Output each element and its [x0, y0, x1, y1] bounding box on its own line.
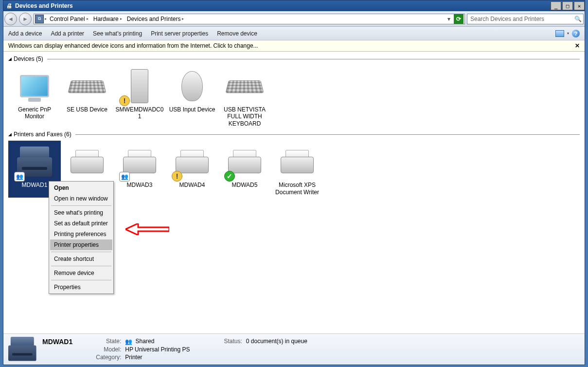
ctx-create-shortcut[interactable]: Create shortcut	[50, 254, 112, 264]
details-pane: MDWAD1 State: Shared Model: HP Universal…	[3, 333, 585, 365]
info-message: Windows can display enhanced device icon…	[8, 42, 258, 49]
shared-badge-icon	[14, 172, 25, 182]
back-button[interactable]: ◄	[4, 13, 17, 25]
add-device-cmd[interactable]: Add a device	[8, 30, 42, 37]
navigation-bar: ◄ ► ⧉ ▸ Control Panel▸ Hardware▸ Devices…	[3, 11, 585, 27]
default-badge-icon	[224, 171, 235, 182]
printer-icon	[71, 150, 104, 173]
keyboard-icon	[68, 80, 106, 93]
ctx-see-printing[interactable]: See what's printing	[50, 207, 112, 218]
printer-xps-writer[interactable]: Microsoft XPS Document Writer	[271, 141, 323, 198]
ctx-printer-properties[interactable]: Printer properties	[50, 239, 112, 250]
collapse-icon[interactable]: ◢	[8, 132, 12, 137]
details-state: Shared	[125, 338, 190, 345]
crumb-devices-printers[interactable]: Devices and Printers▸	[125, 15, 186, 23]
mouse-icon	[181, 71, 203, 101]
group-header-devices[interactable]: ◢ Devices (5)	[8, 55, 580, 62]
details-category: Printer	[125, 354, 190, 361]
printer-mdwad5[interactable]: MDWAD5	[218, 141, 271, 198]
see-printing-cmd[interactable]: See what's printing	[93, 30, 142, 37]
printer-icon	[228, 150, 261, 173]
info-close-button[interactable]: ✕	[575, 42, 580, 49]
ctx-open[interactable]: Open	[50, 183, 112, 193]
crumb-hardware[interactable]: Hardware▸	[91, 15, 124, 23]
context-menu: Open Open in new window See what's print…	[49, 181, 114, 294]
close-button[interactable]: ✕	[574, 1, 585, 10]
printer-mdwad4[interactable]: MDWAD4	[166, 141, 218, 198]
details-model: HP Universal Printing PS	[125, 346, 190, 353]
help-button[interactable]: ?	[572, 30, 580, 37]
search-icon[interactable]: 🔍	[573, 15, 582, 23]
ctx-open-new-window[interactable]: Open in new window	[50, 193, 112, 204]
details-device-name: MDWAD1	[42, 338, 72, 346]
warning-badge-icon	[172, 171, 182, 182]
details-status: 0 document(s) in queue	[246, 338, 307, 345]
ctx-set-default[interactable]: Set as default printer	[50, 218, 112, 229]
devices-row: Generic PnP Monitor SE USB Device SMWEMD…	[8, 65, 580, 129]
shared-badge-icon	[119, 172, 130, 182]
forward-button[interactable]: ►	[19, 13, 32, 25]
chevron-icon[interactable]: ▸	[45, 17, 47, 21]
maximize-button[interactable]: □	[562, 1, 573, 10]
window-title: Devices and Printers	[15, 2, 73, 9]
ctx-printing-prefs[interactable]: Printing preferences	[50, 229, 112, 239]
keyboard-icon	[225, 80, 264, 93]
add-printer-cmd[interactable]: Add a printer	[51, 30, 84, 37]
remove-device-cmd[interactable]: Remove device	[217, 30, 257, 37]
printer-icon	[176, 150, 209, 173]
device-usb-input[interactable]: USB Input Device	[166, 65, 218, 129]
shared-icon	[125, 338, 134, 345]
command-toolbar: Add a device Add a printer See what's pr…	[3, 27, 585, 40]
printer-icon: 🖨	[6, 2, 12, 9]
address-dropdown[interactable]: ▾	[445, 16, 453, 22]
view-dropdown[interactable]: ▾	[567, 31, 569, 36]
tower-icon	[131, 69, 148, 103]
collapse-icon[interactable]: ◢	[8, 56, 12, 61]
warning-badge-icon	[119, 95, 130, 106]
ctx-remove-device[interactable]: Remove device	[50, 268, 112, 278]
monitor-icon	[20, 75, 49, 97]
group-header-printers[interactable]: ◢ Printers and Faxes (6)	[8, 131, 580, 138]
minimize-button[interactable]: _	[551, 1, 561, 10]
search-placeholder: Search Devices and Printers	[470, 16, 544, 22]
window-titlebar[interactable]: 🖨 Devices and Printers _ □ ✕	[3, 0, 585, 11]
view-mode-button[interactable]	[555, 30, 564, 37]
location-icon: ⧉	[35, 15, 44, 23]
device-se-usb[interactable]: SE USB Device	[61, 65, 113, 129]
printer-icon	[281, 150, 314, 173]
info-bar[interactable]: Windows can display enhanced device icon…	[3, 40, 585, 52]
server-properties-cmd[interactable]: Print server properties	[151, 30, 208, 37]
device-netvista-keyboard[interactable]: USB NETVISTA FULL WIDTH KEYBOARD	[218, 65, 271, 129]
printer-mdwad3[interactable]: MDWAD3	[113, 141, 166, 198]
device-computer[interactable]: SMWEMDWADC01	[113, 65, 166, 129]
address-bar[interactable]: ⧉ ▸ Control Panel▸ Hardware▸ Devices and…	[34, 14, 465, 24]
details-thumbnail	[8, 337, 38, 362]
refresh-button[interactable]: ⟳	[454, 14, 463, 24]
printer-icon	[123, 150, 156, 173]
crumb-control-panel[interactable]: Control Panel▸	[48, 15, 90, 23]
ctx-properties[interactable]: Properties	[50, 282, 112, 293]
search-input[interactable]: Search Devices and Printers 🔍	[467, 14, 584, 24]
device-generic-monitor[interactable]: Generic PnP Monitor	[8, 65, 61, 129]
